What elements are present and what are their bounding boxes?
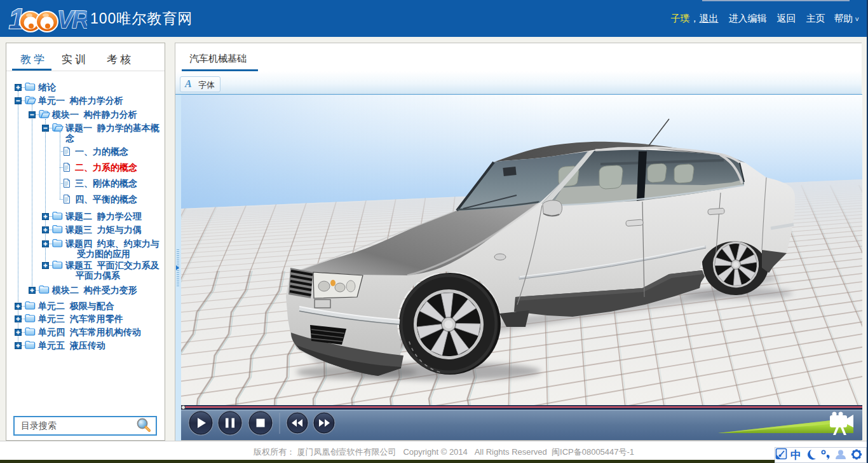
svg-text:VR: VR — [57, 6, 87, 33]
svg-text:中: 中 — [790, 449, 801, 461]
